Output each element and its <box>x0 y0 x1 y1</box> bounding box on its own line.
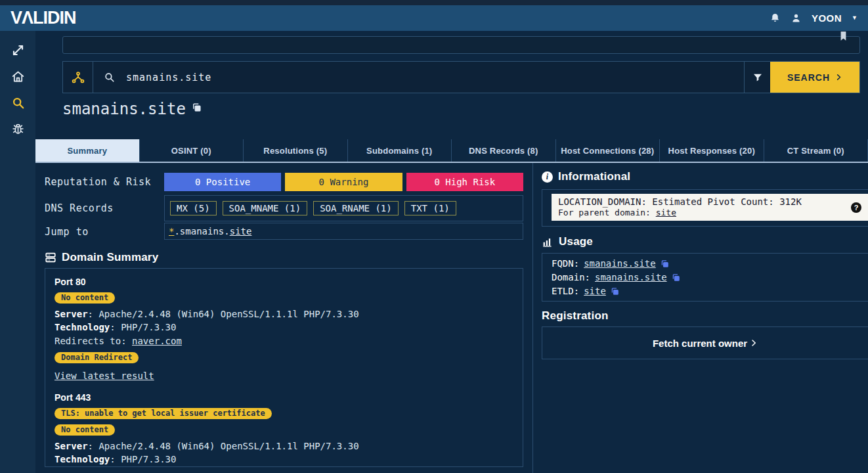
jump-wildcard-link[interactable]: * <box>169 226 174 236</box>
redirects-label: Redirects to: <box>54 336 127 346</box>
usage-row-domain: Domain: smanains.site <box>552 271 868 284</box>
tab-subdomains[interactable]: Subdomains (1) <box>348 139 452 162</box>
usage-title: Usage <box>559 235 593 248</box>
search-button-label: SEARCH <box>787 72 830 83</box>
jump-to-label: Jump to <box>45 226 89 238</box>
copy-icon[interactable] <box>192 102 202 112</box>
tab-osint[interactable]: OSINT (0) <box>140 139 244 162</box>
domain-summary-header: Domain Summary <box>45 251 158 264</box>
status-badge-no-content: No content <box>54 424 115 436</box>
pivot-network-icon[interactable] <box>63 62 93 93</box>
redirects-line: Redirects to: naver.com <box>54 466 513 467</box>
chevron-down-icon[interactable]: ▼ <box>852 15 857 21</box>
informational-card: LOCATION_DOMAIN: Estimated Pivot Count: … <box>552 194 868 221</box>
server-line: Server: Apache/2.4.48 (Win64) OpenSSL/1.… <box>54 307 513 321</box>
registration-header: Registration <box>542 309 609 323</box>
copy-icon[interactable] <box>611 287 619 296</box>
domain-value-link[interactable]: smanains.site <box>595 271 667 284</box>
technology-line: Technology: PHP/7.3.30 <box>54 453 513 466</box>
usage-row-etld: ETLD: site <box>552 284 868 298</box>
bar-chart-icon <box>542 236 553 248</box>
bug-icon[interactable] <box>11 122 25 136</box>
info-icon: i <box>542 171 553 183</box>
port-443-block: Port 443 TLS: unable to get local issuer… <box>54 392 513 467</box>
tab-ct-stream[interactable]: CT Stream (0) <box>764 139 868 162</box>
search-icon[interactable] <box>11 96 25 110</box>
fqdn-value-link[interactable]: smanains.site <box>584 257 656 271</box>
filter-funnel-icon[interactable] <box>745 62 770 93</box>
tab-resolutions[interactable]: Resolutions (5) <box>244 139 348 162</box>
parent-domain-link[interactable]: site <box>656 208 676 217</box>
view-latest-result-link[interactable]: View latest result <box>54 371 154 381</box>
expand-icon[interactable] <box>11 43 25 57</box>
technology-value: PHP/7.3.30 <box>121 322 176 332</box>
high-risk-badge[interactable]: 0 High Risk <box>406 173 523 191</box>
header-actions: YOON ▼ <box>770 12 857 24</box>
server-label: Server <box>54 441 88 451</box>
domain-summary-card: Port 80 No content Server: Apache/2.4.48… <box>45 268 523 467</box>
tab-host-connections[interactable]: Host Connections (28) <box>556 139 661 162</box>
domain-label: Domain: <box>552 271 590 284</box>
jump-to-box: *.smanains.site <box>164 223 523 240</box>
copy-icon[interactable] <box>661 259 669 268</box>
port-80-block: Port 80 No content Server: Apache/2.4.48… <box>54 277 513 382</box>
redirect-target-link[interactable]: naver.com <box>132 336 182 346</box>
copy-icon[interactable] <box>672 273 680 282</box>
warning-badge[interactable]: 0 Warning <box>285 173 402 191</box>
technology-label: Technology <box>54 454 110 464</box>
status-badge-domain-redirect: Domain Redirect <box>54 352 139 363</box>
dns-chip-mx[interactable]: MX (5) <box>170 201 217 215</box>
magnifier-icon <box>104 72 115 83</box>
port-443-title: Port 443 <box>54 392 513 403</box>
tab-host-responses[interactable]: Host Responses (20) <box>660 139 764 162</box>
fqdn-label: FQDN: <box>552 257 579 271</box>
informational-message: LOCATION_DOMAIN: Estimated Pivot Count: … <box>558 196 846 208</box>
registration-box: Fetch current owner <box>542 327 868 359</box>
parent-domain-label: For parent domain: <box>558 208 656 217</box>
redirects-line: Redirects to: naver.com <box>54 334 513 348</box>
server-line: Server: Apache/2.4.48 (Win64) OpenSSL/1.… <box>54 439 513 453</box>
tab-dns-records[interactable]: DNS Records (8) <box>452 139 556 162</box>
dns-chip-soa-mname[interactable]: SOA_MNAME (1) <box>223 201 308 215</box>
port-80-title: Port 80 <box>54 277 513 287</box>
usage-row-fqdn: FQDN: smanains.site <box>552 257 868 271</box>
tab-summary[interactable]: Summary <box>35 139 140 162</box>
status-badge-tls-error: TLS: unable to get local issuer certific… <box>54 408 272 419</box>
registration-title: Registration <box>542 309 609 323</box>
search-bar: smanains.site SEARCH <box>62 61 860 93</box>
user-menu-name[interactable]: YOON <box>812 12 842 24</box>
notifications-bell-icon[interactable] <box>770 12 781 24</box>
fetch-current-owner-button[interactable]: Fetch current owner <box>653 338 758 349</box>
collapsed-top-panel[interactable] <box>62 36 860 54</box>
top-strip <box>0 0 868 5</box>
dns-chip-txt[interactable]: TXT (1) <box>404 201 456 215</box>
fetch-owner-label: Fetch current owner <box>653 338 747 349</box>
server-value: Apache/2.4.48 (Win64) OpenSSL/1.1.1l PHP… <box>98 309 358 319</box>
chevron-right-icon <box>835 74 842 81</box>
etld-label: ETLD: <box>552 284 579 298</box>
user-avatar-icon[interactable] <box>791 12 802 24</box>
etld-value-link[interactable]: site <box>584 284 606 298</box>
search-button[interactable]: SEARCH <box>770 62 859 93</box>
jump-middle-text: .smanains. <box>174 226 229 236</box>
status-badge-no-content: No content <box>54 292 115 304</box>
app-header: VΛLIDIN YOON ▼ <box>0 5 868 31</box>
domain-summary-title: Domain Summary <box>62 251 158 264</box>
technology-value: PHP/7.3.30 <box>121 454 176 464</box>
dns-records-label: DNS Records <box>45 202 114 214</box>
column-divider <box>532 163 533 473</box>
home-icon[interactable] <box>11 70 25 83</box>
page-title-row: smanains.site <box>62 100 202 119</box>
dns-chip-soa-rname[interactable]: SOA_RNAME (1) <box>313 201 399 215</box>
search-query-text: smanains.site <box>126 72 211 83</box>
technology-line: Technology: PHP/7.3.30 <box>54 321 513 334</box>
help-question-icon[interactable]: ? <box>851 202 861 213</box>
dns-records-box: MX (5) SOA_MNAME (1) SOA_RNAME (1) TXT (… <box>164 195 523 221</box>
chevron-right-icon <box>750 339 758 347</box>
search-input[interactable]: smanains.site <box>93 62 745 93</box>
bookmark-icon[interactable] <box>838 30 849 43</box>
brand-logo[interactable]: VΛLIDIN <box>11 8 76 28</box>
jump-tld-link[interactable]: site <box>230 226 252 236</box>
tab-bar: Summary OSINT (0) Resolutions (5) Subdom… <box>35 139 868 163</box>
positive-badge[interactable]: 0 Positive <box>164 173 281 191</box>
